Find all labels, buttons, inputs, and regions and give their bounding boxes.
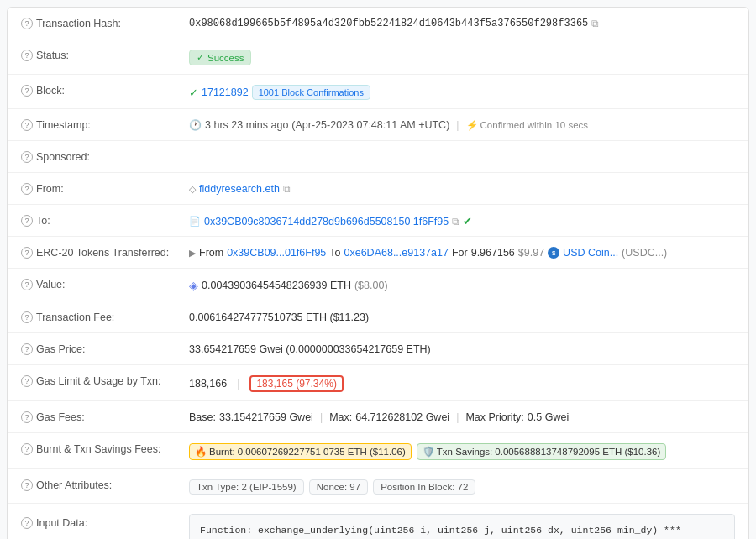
block-confirmations-badge: 1001 Block Confirmations xyxy=(252,85,370,100)
erc20-arrow-icon: ▶ xyxy=(189,248,196,259)
sponsored-label: ? Sponsored: xyxy=(21,149,189,163)
gas-price-text: 33.654217659 Gwei (0.000000033654217659 … xyxy=(189,343,431,355)
max-fee-text: 64.712628102 Gwei xyxy=(355,411,449,423)
burnt-help-icon[interactable]: ? xyxy=(21,443,33,455)
gas-price-help-icon[interactable]: ? xyxy=(21,343,33,355)
hash-help-icon[interactable]: ? xyxy=(21,18,33,29)
transaction-hash-row: ? Transaction Hash: 0x98068d199665b5f489… xyxy=(8,8,748,39)
block-row: ? Block: ✓ 17121892 1001 Block Confirmat… xyxy=(8,75,748,109)
copy-hash-icon[interactable]: ⧉ xyxy=(591,18,599,29)
burnt-savings-value: 🔥 Burnt: 0.00607269227751 0735 ETH ($11.… xyxy=(189,442,735,460)
value-eth-text: 0.00439036454548236939 ETH xyxy=(202,280,351,291)
transaction-hash-value: 0x98068d199665b5f4895a4d320fbb52241824d1… xyxy=(189,16,735,29)
from-address-link[interactable]: fiddyresearch.eth xyxy=(199,183,280,195)
status-badge: Success xyxy=(189,50,251,65)
input-data-help-icon[interactable]: ? xyxy=(21,517,33,529)
status-help-icon[interactable]: ? xyxy=(21,50,33,61)
from-help-icon[interactable]: ? xyxy=(21,183,33,195)
other-attrs-help-icon[interactable]: ? xyxy=(21,479,33,491)
erc20-value: ▶ From 0x39CB09...01f6Ff95 To 0xe6DA68..… xyxy=(189,245,735,259)
base-fee-label: Base: xyxy=(189,411,216,423)
erc20-token-abbr: (USDC...) xyxy=(622,247,667,259)
erc20-token-link[interactable]: USD Coin... xyxy=(563,247,618,259)
erc20-help-icon[interactable]: ? xyxy=(21,247,33,259)
gas-fees-value: Base: 33.154217659 Gwei | Max: 64.712628… xyxy=(189,410,735,423)
input-data-box: Function: exchange_underlying(uint256 i,… xyxy=(189,514,735,539)
to-value: 📄 0x39CB09c8036714dd278d9b696d5508150 1f… xyxy=(189,213,735,228)
diamond-from-icon: ◇ xyxy=(189,184,196,195)
erc20-for-text: For xyxy=(452,247,468,259)
burnt-savings-row: ? Burnt & Txn Savings Fees: 🔥 Burnt: 0.0… xyxy=(8,433,748,469)
gas-limit-help-icon[interactable]: ? xyxy=(21,375,33,387)
gas-fees-label: ? Gas Fees: xyxy=(21,410,189,423)
to-label: ? To: xyxy=(21,213,189,227)
value-help-icon[interactable]: ? xyxy=(21,279,33,290)
savings-icon: 🛡️ xyxy=(423,446,434,458)
erc20-amount: 9.967156 xyxy=(471,247,515,259)
eth-diamond-icon: ◈ xyxy=(189,279,198,292)
erc20-to-addr[interactable]: 0xe6DA68...e9137a17 xyxy=(344,247,449,259)
gas-fees-help-icon[interactable]: ? xyxy=(21,411,33,423)
tx-fee-value: 0.006164274777510735 ETH ($11.23) xyxy=(189,310,735,323)
timestamp-help-icon[interactable]: ? xyxy=(21,119,33,131)
gas-price-label: ? Gas Price: xyxy=(21,342,189,355)
gas-limit-row: ? Gas Limit & Usage by Txn: 188,166 | 18… xyxy=(8,365,748,401)
from-value: ◇ fiddyresearch.eth ⧉ xyxy=(189,181,735,195)
tx-fee-label: ? Transaction Fee: xyxy=(21,310,189,323)
gas-limit-value: 188,166 | 183,165 (97.34%) xyxy=(189,374,735,392)
block-check-icon: ✓ xyxy=(189,86,198,99)
to-address-link[interactable]: 0x39CB09c8036714dd278d9b696d5508150 1f6F… xyxy=(204,216,449,228)
input-data-value: Function: exchange_underlying(uint256 i,… xyxy=(189,512,735,539)
gas-pct-text: 97.34% xyxy=(299,378,333,390)
copy-to-icon[interactable]: ⧉ xyxy=(452,216,459,228)
clock-icon: 🕐 xyxy=(189,119,202,131)
block-label: ? Block: xyxy=(21,83,189,97)
sponsored-row: ? Sponsored: xyxy=(8,141,748,173)
copy-from-icon[interactable]: ⧉ xyxy=(283,183,291,195)
value-row: ? Value: ◈ 0.00439036454548236939 ETH ($… xyxy=(8,269,748,301)
base-fee-text: 33.154217659 Gwei xyxy=(219,411,313,423)
gas-limit-label: ? Gas Limit & Usage by Txn: xyxy=(21,374,189,387)
to-help-icon[interactable]: ? xyxy=(21,215,33,227)
transaction-hash-label: ? Transaction Hash: xyxy=(21,16,189,29)
savings-badge: 🛡️ Txn Savings: 0.005688813748792095 ETH… xyxy=(417,443,666,460)
tx-fee-help-icon[interactable]: ? xyxy=(21,311,33,323)
other-attrs-value: Txn Type: 2 (EIP-1559) Nonce: 97 Positio… xyxy=(189,478,735,495)
sponsored-value xyxy=(189,149,735,151)
other-attrs-label: ? Other Attributes: xyxy=(21,478,189,491)
input-data-row: ? Input Data: Function: exchange_underly… xyxy=(8,504,748,539)
gas-price-value: 33.654217659 Gwei (0.000000033654217659 … xyxy=(189,342,735,355)
erc20-row: ? ERC-20 Tokens Transferred: ▶ From 0x39… xyxy=(8,237,748,269)
gas-price-row: ? Gas Price: 33.654217659 Gwei (0.000000… xyxy=(8,333,748,365)
status-row: ? Status: Success xyxy=(8,39,748,75)
status-value: Success xyxy=(189,48,735,65)
timestamp-label: ? Timestamp: xyxy=(21,118,189,131)
sponsored-help-icon[interactable]: ? xyxy=(21,151,33,163)
erc20-to-text: To xyxy=(329,247,340,259)
block-number-link[interactable]: 17121892 xyxy=(202,86,249,98)
lightning-icon: ⚡ xyxy=(466,119,478,131)
burnt-savings-label: ? Burnt & Txn Savings Fees: xyxy=(21,442,189,455)
max-priority-label: Max Priority: xyxy=(465,411,523,423)
max-fee-label: Max: xyxy=(329,411,352,423)
other-attrs-row: ? Other Attributes: Txn Type: 2 (EIP-155… xyxy=(8,469,748,504)
txn-type-tag: Txn Type: 2 (EIP-1559) xyxy=(189,479,304,495)
erc20-label: ? ERC-20 Tokens Transferred: xyxy=(21,245,189,259)
to-row: ? To: 📄 0x39CB09c8036714dd278d9b696d5508… xyxy=(8,205,748,237)
input-data-label: ? Input Data: xyxy=(21,512,189,529)
erc20-from-addr[interactable]: 0x39CB09...01f6Ff95 xyxy=(227,247,326,259)
tx-fee-text: 0.006164274777510735 ETH ($11.23) xyxy=(189,311,369,323)
status-label: ? Status: xyxy=(21,48,189,61)
timestamp-date: (Apr-25-2023 07:48:11 AM +UTC) xyxy=(291,119,449,131)
fire-icon: 🔥 xyxy=(195,446,207,458)
gas-limit-text: 188,166 xyxy=(189,378,227,390)
tx-fee-row: ? Transaction Fee: 0.006164274777510735 … xyxy=(8,301,748,333)
gas-fees-row: ? Gas Fees: Base: 33.154217659 Gwei | Ma… xyxy=(8,401,748,433)
value-label: ? Value: xyxy=(21,277,189,290)
gas-used-text: 183,165 xyxy=(256,378,292,390)
timestamp-value: 🕐 3 hrs 23 mins ago (Apr-25-2023 07:48:1… xyxy=(189,118,735,131)
confirmed-badge: ⚡ Confirmed within 10 secs xyxy=(466,119,588,131)
value-value: ◈ 0.00439036454548236939 ETH ($8.00) xyxy=(189,277,735,292)
value-usd-text: ($8.00) xyxy=(354,280,388,291)
block-help-icon[interactable]: ? xyxy=(21,85,33,97)
